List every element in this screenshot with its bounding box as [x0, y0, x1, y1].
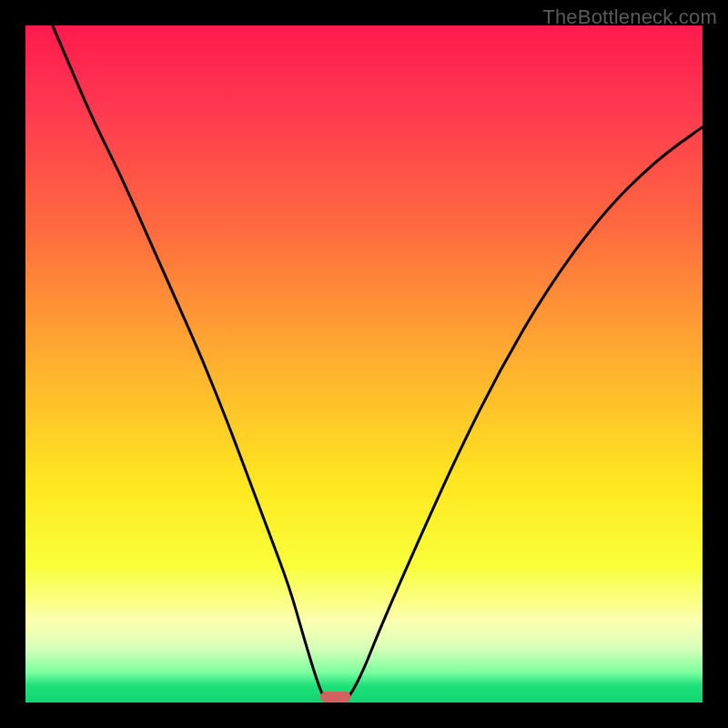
plot-background [25, 25, 703, 703]
watermark-text: TheBottleneck.com [542, 5, 717, 29]
chart-svg [0, 0, 728, 728]
bottleneck-marker [320, 692, 350, 703]
chart-frame: TheBottleneck.com [0, 0, 728, 728]
